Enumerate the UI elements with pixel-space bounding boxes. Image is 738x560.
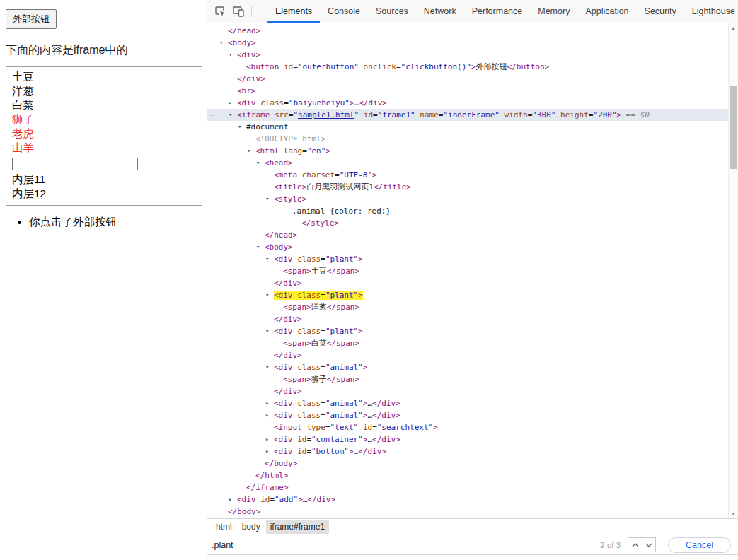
token-t: = (270, 495, 275, 504)
dom-tree-node[interactable]: </body> (207, 457, 728, 469)
dom-tree-node[interactable]: <title>白月黑羽测试网页1</title> (207, 181, 728, 193)
collapse-arrow-icon[interactable]: ▾ (265, 253, 269, 265)
breadcrumb-iframe[interactable]: iframe#frame1 (266, 520, 329, 534)
token-t: = (335, 170, 340, 180)
tab-lighthouse[interactable]: Lighthouse (684, 0, 738, 23)
token-tag: <body> (265, 243, 293, 252)
token-attr: class (260, 98, 284, 107)
dom-tree-node[interactable]: <span>洋葱</span> (207, 301, 728, 313)
tab-performance[interactable]: Performance (464, 0, 531, 23)
tab-security[interactable]: Security (637, 0, 684, 23)
dom-tree-node[interactable]: </div> (207, 385, 728, 397)
scroll-up-icon[interactable]: ▲ (729, 23, 738, 33)
dom-tree-node[interactable]: </div> (207, 73, 728, 85)
token-tag: </span> (327, 375, 359, 384)
dom-tree-node[interactable]: ▸<div class="animal">…</div> (207, 397, 728, 409)
expand-arrow-icon[interactable]: ▸ (229, 97, 232, 109)
dom-tree-node[interactable]: <meta charset="UTF-8"> (207, 169, 728, 181)
dom-tree-node[interactable]: <br> (207, 85, 728, 97)
collapse-arrow-icon[interactable]: ▾ (247, 145, 250, 157)
collapse-arrow-icon[interactable]: ▾ (229, 109, 232, 121)
token-t (270, 110, 275, 119)
token-attr: class (297, 327, 321, 336)
dom-tree-node[interactable]: ▸<div class="baiyueheiyu">…</div> (207, 97, 728, 109)
find-input[interactable] (212, 535, 596, 554)
dom-tree-node[interactable]: ▾<div class="plant"> (207, 253, 728, 265)
dom-tree-node[interactable]: </body> (207, 506, 728, 518)
token-tag: <title> (274, 182, 306, 192)
expand-arrow-icon[interactable]: ▸ (265, 445, 269, 457)
dom-tree-node[interactable]: ▸<div id="bottom">…</div> (207, 445, 728, 457)
iframe-text-input[interactable] (12, 158, 138, 170)
tab-memory[interactable]: Memory (530, 0, 577, 23)
dom-tree-node[interactable]: ▸<div class="animal">…</div> (207, 409, 728, 421)
collapse-arrow-icon[interactable]: ▾ (256, 157, 260, 169)
dom-tree-node[interactable]: ▾<body> (207, 37, 728, 49)
collapse-arrow-icon[interactable]: ▾ (265, 361, 269, 373)
collapse-arrow-icon[interactable]: ▾ (229, 49, 232, 61)
dom-tree-node[interactable]: </div> (207, 349, 728, 361)
dom-tree-node[interactable]: </style> (207, 217, 728, 229)
plant-item: 白菜 (12, 98, 196, 112)
token-attr: src (275, 110, 289, 119)
dom-tree-node[interactable]: </iframe> (207, 482, 728, 494)
dom-tree-node[interactable]: ▾<div> (207, 49, 728, 61)
node-menu-icon[interactable]: ⋯ (209, 109, 214, 121)
dom-tree-node[interactable]: <input type="text" id="searchtext"> (207, 421, 728, 433)
dom-tree-node[interactable]: <button id="outerbutton" onclick="clickb… (207, 61, 728, 73)
expand-arrow-icon[interactable]: ▸ (229, 494, 232, 506)
tab-application[interactable]: Application (577, 0, 636, 23)
tree-scrollbar[interactable]: ▲ ▼ (728, 23, 738, 518)
tab-elements[interactable]: Elements (267, 0, 320, 23)
token-attr: lang (284, 146, 303, 156)
dom-tree-node[interactable]: ▾<style> (207, 193, 728, 205)
collapse-arrow-icon[interactable]: ▾ (256, 241, 260, 253)
tab-network[interactable]: Network (416, 0, 464, 23)
dom-tree-node[interactable]: .animal {color: red;} (207, 205, 728, 217)
dom-tree-node[interactable]: <!DOCTYPE html> (207, 133, 728, 145)
collapse-arrow-icon[interactable]: ▾ (219, 37, 223, 49)
inspect-element-icon[interactable] (211, 3, 229, 20)
scrollbar-thumb[interactable] (730, 86, 737, 169)
token-t: 土豆 (311, 267, 327, 276)
dom-tree-node[interactable]: ⋯▾<iframe src="sample1.html" id="frame1"… (207, 109, 728, 121)
collapse-arrow-icon[interactable]: ▾ (265, 193, 269, 205)
dom-tree-node[interactable]: </html> (207, 469, 728, 482)
find-previous-icon[interactable] (628, 538, 642, 552)
scroll-down-icon[interactable]: ▼ (729, 509, 738, 518)
dom-tree-node[interactable]: ▾<div class="plant"> (207, 289, 728, 301)
dom-tree-node[interactable]: </div> (207, 277, 728, 289)
dom-tree-node[interactable]: ▾<div class="animal"> (207, 361, 728, 373)
find-next-icon[interactable] (642, 538, 655, 552)
expand-arrow-icon[interactable]: ▸ (265, 409, 269, 421)
token-tag: <span> (283, 267, 311, 276)
breadcrumb-html[interactable]: html (212, 520, 236, 534)
collapse-arrow-icon[interactable]: ▾ (265, 289, 269, 301)
outer-button[interactable]: 外部按钮 (6, 9, 57, 29)
dom-tree-node[interactable]: ▾<html lang="en"> (207, 145, 728, 157)
expand-arrow-icon[interactable]: ▸ (265, 433, 269, 445)
tab-sources[interactable]: Sources (368, 0, 416, 23)
breadcrumb-body[interactable]: body (238, 520, 265, 534)
token-tag: <span> (283, 303, 311, 312)
cancel-button[interactable]: Cancel (668, 537, 731, 553)
dom-tree-node[interactable]: <span>土豆</span> (207, 265, 728, 277)
dom-tree-node[interactable]: ▾<body> (207, 241, 728, 253)
dom-tree-node[interactable]: ▾<div class="plant"> (207, 325, 728, 337)
dom-tree-node[interactable]: ▸<div id="add">…</div> (207, 494, 728, 506)
dom-tree-node[interactable]: ▾#document (207, 121, 728, 133)
expand-arrow-icon[interactable]: ▸ (265, 397, 269, 409)
collapse-arrow-icon[interactable]: ▾ (265, 325, 269, 337)
dom-tree-node[interactable]: <span>狮子</span> (207, 373, 728, 385)
dom-tree-node[interactable]: ▸<div id="container">…</div> (207, 433, 728, 445)
token-tag: <div (274, 255, 293, 264)
device-toolbar-icon[interactable] (229, 3, 248, 20)
dom-tree-node[interactable]: </head> (207, 229, 728, 241)
collapse-arrow-icon[interactable]: ▾ (238, 121, 241, 133)
dom-tree-node[interactable]: </head> (207, 25, 728, 37)
dom-tree-node[interactable]: ▾<head> (207, 157, 728, 169)
dom-tree-node[interactable]: </div> (207, 313, 728, 325)
tab-console[interactable]: Console (320, 0, 368, 23)
animal-item: 狮子 (12, 112, 196, 127)
dom-tree-node[interactable]: <span>白菜</span> (207, 337, 728, 349)
